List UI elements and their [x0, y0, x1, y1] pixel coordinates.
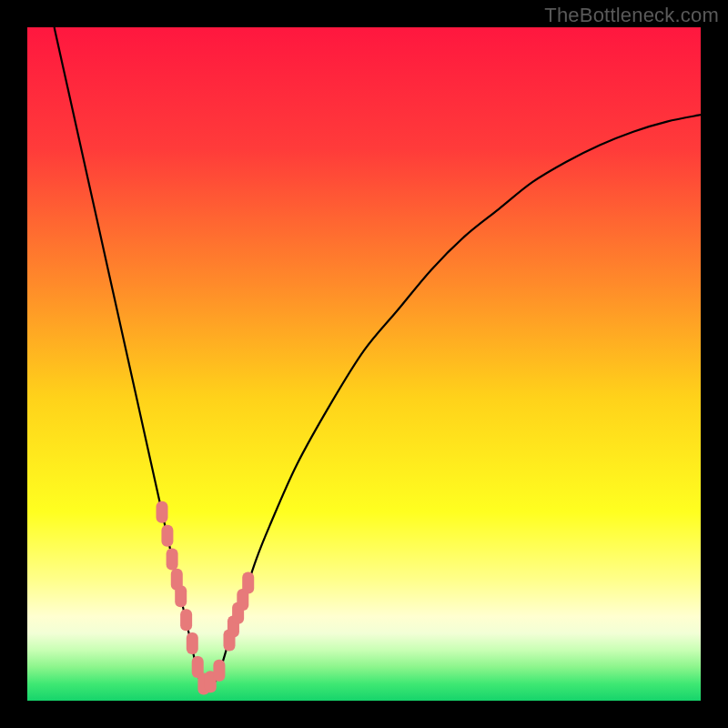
marker	[161, 525, 173, 547]
marker	[157, 501, 168, 523]
marker	[242, 572, 254, 594]
chart-frame: TheBottleneck.com	[0, 0, 728, 728]
plot-area	[27, 27, 701, 701]
marker	[213, 660, 225, 682]
marker	[175, 585, 187, 607]
chart-svg	[27, 27, 701, 701]
marker	[180, 609, 192, 631]
marker	[187, 632, 198, 654]
marker	[167, 549, 178, 571]
watermark-text: TheBottleneck.com	[544, 4, 719, 27]
